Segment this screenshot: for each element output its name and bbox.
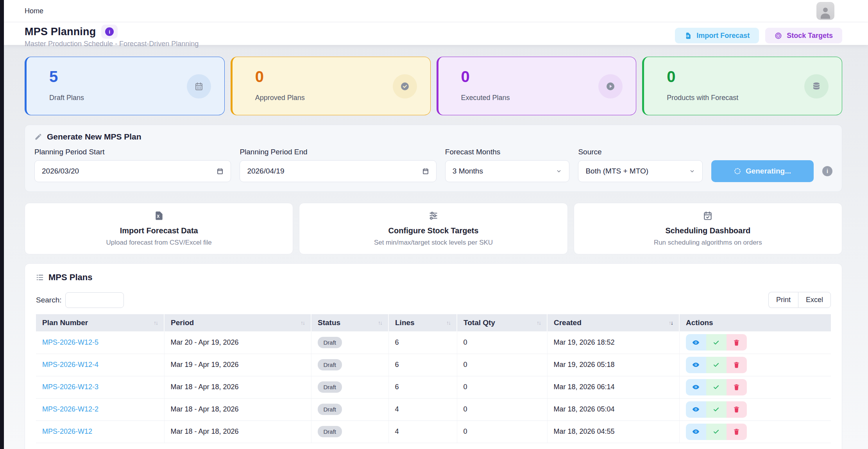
- stat-cards-row: 5 Draft Plans 0 Approved Plans 0: [25, 57, 842, 115]
- stat-value: 5: [49, 68, 84, 85]
- plan-link[interactable]: MPS-2026-W12-2: [42, 405, 98, 413]
- import-forecast-button[interactable]: Import Forecast: [675, 28, 759, 43]
- created-cell: Mar 18, 2026 06:14: [547, 376, 679, 398]
- collapsed-sidebar[interactable]: [0, 0, 4, 449]
- created-cell: Mar 18, 2026 05:04: [547, 398, 679, 420]
- column-header-period[interactable]: Period↑↓: [164, 314, 311, 331]
- scheduling-dashboard-card[interactable]: Scheduling Dashboard Run scheduling algo…: [574, 203, 842, 254]
- person-icon: [819, 5, 832, 19]
- view-button[interactable]: [686, 379, 706, 395]
- table-row: MPS-2026-W12-3 Mar 18 - Apr 18, 2026 Dra…: [36, 376, 831, 398]
- database-icon: [804, 74, 829, 98]
- quick-card-desc: Set min/max/target stock levels per SKU: [374, 239, 493, 247]
- approve-button[interactable]: [706, 401, 727, 418]
- plan-link[interactable]: MPS-2026-W12-4: [42, 361, 98, 369]
- quick-links-row: Import Forecast Data Upload forecast fro…: [25, 203, 842, 254]
- status-badge: Draft: [318, 337, 342, 348]
- excel-button[interactable]: Excel: [798, 292, 831, 308]
- search-label: Search:: [36, 296, 61, 304]
- page-title: MPS Planning: [25, 26, 96, 38]
- topbar: Home: [4, 0, 868, 22]
- plan-link[interactable]: MPS-2026-W12-5: [42, 338, 98, 346]
- stat-card-draft-plans[interactable]: 5 Draft Plans: [25, 57, 225, 115]
- stat-card-products-with-forecast[interactable]: 0 Products with Forecast: [642, 57, 842, 115]
- info-icon: i: [105, 27, 114, 36]
- import-forecast-label: Import Forecast: [696, 32, 750, 40]
- stat-label: Draft Plans: [49, 94, 84, 102]
- delete-button[interactable]: [727, 401, 747, 418]
- calendar-icon[interactable]: [217, 168, 224, 175]
- column-header-lines[interactable]: Lines↑↓: [388, 314, 457, 331]
- quick-card-desc: Run scheduling algorithms on orders: [654, 239, 762, 247]
- delete-button[interactable]: [727, 357, 747, 373]
- period-cell: Mar 18 - Apr 18, 2026: [164, 398, 311, 420]
- view-button[interactable]: [686, 334, 706, 351]
- approve-button[interactable]: [706, 357, 727, 373]
- plan-link[interactable]: MPS-2026-W12: [42, 428, 92, 435]
- page-info-button[interactable]: i: [101, 25, 118, 39]
- column-header-actions: Actions: [679, 314, 831, 331]
- stat-label: Products with Forecast: [667, 94, 738, 102]
- search-input[interactable]: [65, 292, 124, 308]
- trash-icon: [733, 383, 740, 391]
- page-subtitle: Master Production Schedule - Forecast-Dr…: [25, 40, 199, 48]
- import-forecast-data-card[interactable]: Import Forecast Data Upload forecast fro…: [25, 203, 293, 254]
- stat-card-executed-plans[interactable]: 0 Executed Plans: [437, 57, 637, 115]
- plan-link[interactable]: MPS-2026-W12-3: [42, 383, 98, 391]
- generate-plan-section: Generate New MPS Plan Planning Period St…: [25, 125, 842, 192]
- calendar-icon[interactable]: [422, 168, 429, 175]
- table-row: MPS-2026-W12-4 Mar 19 - Apr 19, 2026 Dra…: [36, 354, 831, 376]
- column-header-status[interactable]: Status↑↓: [311, 314, 388, 331]
- period-cell: Mar 20 - Apr 19, 2026: [164, 331, 311, 354]
- column-header-plan-number[interactable]: Plan Number↑↓: [36, 314, 164, 331]
- lines-cell: 6: [388, 354, 457, 376]
- main-area: Home MPS Planning i Master Production Sc…: [4, 0, 868, 449]
- trash-icon: [733, 406, 740, 413]
- stat-card-approved-plans[interactable]: 0 Approved Plans: [231, 57, 431, 115]
- delete-button[interactable]: [727, 379, 747, 395]
- approve-button[interactable]: [706, 379, 727, 395]
- generate-button[interactable]: Generating...: [711, 160, 814, 182]
- stock-targets-button[interactable]: Stock Targets: [765, 28, 842, 43]
- column-header-created[interactable]: Created↑↓: [547, 314, 679, 331]
- view-button[interactable]: [686, 424, 706, 440]
- breadcrumb[interactable]: Home: [25, 7, 43, 15]
- approve-button[interactable]: [706, 334, 727, 351]
- created-cell: Mar 19, 2026 05:18: [547, 354, 679, 376]
- file-import-icon: [684, 32, 692, 39]
- delete-button[interactable]: [727, 424, 747, 440]
- page-header: MPS Planning i Master Production Schedul…: [4, 22, 868, 45]
- generate-button-label: Generating...: [746, 167, 791, 175]
- planning-period-start-input[interactable]: [42, 167, 217, 175]
- status-badge: Draft: [318, 359, 342, 370]
- stock-targets-label: Stock Targets: [787, 32, 833, 40]
- configure-stock-targets-card[interactable]: Configure Stock Targets Set min/max/targ…: [299, 203, 567, 254]
- table-row: MPS-2026-W12-5 Mar 20 - Apr 19, 2026 Dra…: [36, 331, 831, 354]
- forecast-months-select[interactable]: 3 Months: [445, 160, 570, 182]
- chevron-down-icon: [689, 168, 695, 174]
- mps-plans-panel: MPS Plans Search: Print Excel Plan Numbe…: [25, 263, 842, 449]
- qty-cell: 0: [457, 420, 547, 443]
- planning-period-end-label: Planning Period End: [240, 148, 436, 156]
- view-button[interactable]: [686, 357, 706, 373]
- qty-cell: 0: [457, 331, 547, 354]
- source-select[interactable]: Both (MTS + MTO): [578, 160, 703, 182]
- planning-period-end-input[interactable]: [247, 167, 422, 175]
- view-button[interactable]: [686, 401, 706, 418]
- approve-button[interactable]: [706, 424, 727, 440]
- eye-icon: [692, 361, 700, 369]
- chevron-down-icon: [556, 168, 562, 174]
- column-header-total-qty[interactable]: Total Qty↑↓: [457, 314, 547, 331]
- bullseye-icon: [775, 32, 782, 39]
- quick-card-title: Import Forecast Data: [120, 226, 198, 235]
- generate-info-icon[interactable]: i: [822, 166, 832, 176]
- avatar[interactable]: [816, 2, 834, 20]
- calendar-check-icon: [703, 211, 713, 221]
- quick-card-title: Configure Stock Targets: [388, 226, 479, 235]
- sort-icon: ↑↓: [378, 320, 382, 326]
- excel-file-icon: [154, 211, 164, 221]
- delete-button[interactable]: [727, 334, 747, 351]
- spinner-icon: [734, 168, 741, 175]
- lines-cell: 6: [388, 331, 457, 354]
- print-button[interactable]: Print: [768, 292, 798, 308]
